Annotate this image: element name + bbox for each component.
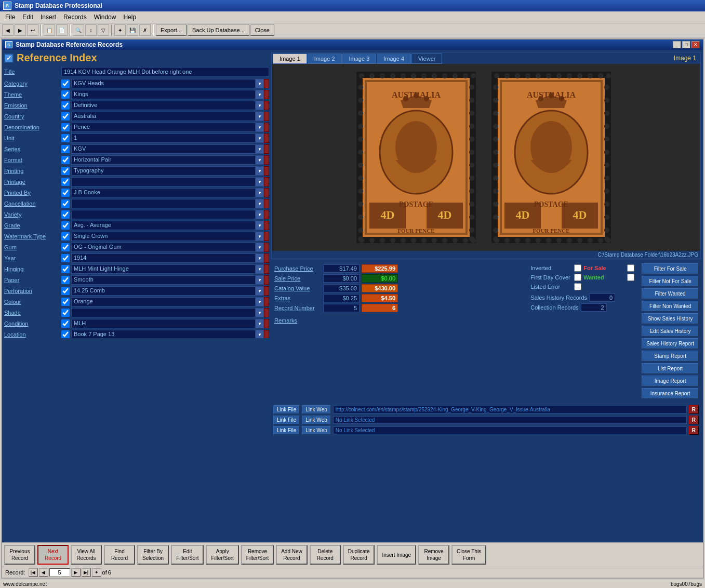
- add-new-record-button[interactable]: Add New Record: [276, 545, 308, 565]
- minimize-button[interactable]: _: [673, 41, 681, 48]
- dropdown-printing[interactable]: ▼: [256, 166, 264, 176]
- remarks-label[interactable]: Remarks: [274, 315, 522, 325]
- label-variety[interactable]: Variety: [4, 211, 61, 218]
- input-purchase-price[interactable]: [323, 264, 360, 273]
- checkbox-colour[interactable]: [61, 298, 70, 306]
- side-btn-paper[interactable]: [264, 275, 269, 285]
- label-country[interactable]: Country: [4, 113, 61, 119]
- side-btn-denomination[interactable]: [264, 123, 269, 132]
- side-btn-condition[interactable]: [264, 319, 269, 328]
- checkbox-watermark[interactable]: [61, 232, 70, 240]
- filter-wanted-button[interactable]: Filter Wanted: [642, 288, 699, 299]
- apply-filter-button[interactable]: Apply Filter/Sort: [206, 545, 238, 565]
- checkbox-variety[interactable]: [61, 210, 70, 219]
- label-location[interactable]: Location: [4, 331, 61, 338]
- next-record-button[interactable]: Next Record: [37, 545, 69, 565]
- link-file-btn-1[interactable]: Link File: [273, 405, 300, 414]
- dropdown-cancellation[interactable]: ▼: [256, 199, 264, 208]
- label-condition[interactable]: Condition: [4, 320, 61, 327]
- input-sale-price[interactable]: [323, 274, 360, 283]
- filter-non-wanted-button[interactable]: Filter Non Wanted: [642, 301, 699, 312]
- tb-delete[interactable]: ✗: [139, 24, 151, 36]
- side-btn-printage[interactable]: [264, 177, 269, 186]
- label-record-number[interactable]: Record Number: [274, 305, 321, 311]
- tab-image4[interactable]: Image 4: [377, 54, 411, 64]
- label-theme[interactable]: Theme: [4, 91, 61, 98]
- tb-fwd[interactable]: ▶: [15, 24, 26, 36]
- dropdown-location[interactable]: ▼: [256, 330, 264, 338]
- dropdown-unit[interactable]: ▼: [256, 133, 264, 143]
- checkbox-paper[interactable]: [61, 276, 70, 284]
- prev-record-button[interactable]: Previous Record: [4, 545, 35, 565]
- tb-back[interactable]: ◀: [2, 24, 14, 36]
- record-prev-button[interactable]: ◀: [39, 568, 48, 577]
- side-btn-colour[interactable]: [264, 297, 269, 306]
- label-series[interactable]: Series: [4, 146, 61, 152]
- tb-filter[interactable]: ▽: [98, 24, 109, 36]
- checkbox-printing[interactable]: [61, 167, 70, 175]
- list-report-button[interactable]: List Report: [642, 363, 699, 374]
- side-btn-variety[interactable]: [264, 210, 269, 219]
- tb-copy[interactable]: 📋: [44, 24, 55, 36]
- tab-image2[interactable]: Image 2: [308, 54, 342, 64]
- menu-records[interactable]: Records: [60, 12, 90, 22]
- side-btn-theme[interactable]: [264, 90, 269, 99]
- dropdown-hinging[interactable]: ▼: [256, 264, 264, 274]
- link-web-btn-1[interactable]: Link Web: [302, 405, 331, 414]
- remove-filter-button[interactable]: Remove Filter/Sort: [241, 545, 274, 565]
- menu-edit[interactable]: Edit: [19, 12, 36, 22]
- label-format[interactable]: Format: [4, 157, 61, 163]
- side-btn-grade[interactable]: [264, 221, 269, 230]
- side-btn-gum[interactable]: [264, 243, 269, 252]
- label-unit[interactable]: Unit: [4, 135, 61, 141]
- dropdown-country[interactable]: ▼: [256, 112, 264, 121]
- label-paper[interactable]: Paper: [4, 277, 61, 283]
- dropdown-format[interactable]: ▼: [256, 155, 264, 165]
- link-r-btn-1[interactable]: R: [689, 405, 699, 414]
- duplicate-record-button[interactable]: Duplicate Record: [343, 545, 375, 565]
- input-record-number[interactable]: [323, 304, 360, 312]
- dropdown-gum[interactable]: ▼: [256, 243, 264, 252]
- checkbox-series[interactable]: [61, 145, 70, 153]
- record-number-input[interactable]: [49, 568, 70, 577]
- label-catalog-value[interactable]: Catalog Value: [274, 285, 321, 291]
- checkbox-emission[interactable]: [61, 101, 70, 110]
- side-btn-emission[interactable]: [264, 101, 269, 110]
- side-btn-printed-by[interactable]: [264, 188, 269, 197]
- label-printed-by[interactable]: Printed By: [4, 190, 61, 196]
- side-btn-perforation[interactable]: [264, 286, 269, 296]
- label-gum[interactable]: Gum: [4, 244, 61, 250]
- label-shade[interactable]: Shade: [4, 310, 61, 316]
- checkbox-for-sale[interactable]: [627, 264, 634, 272]
- dropdown-variety[interactable]: ▼: [256, 210, 264, 219]
- label-cancellation[interactable]: Cancellation: [4, 201, 61, 207]
- side-btn-cancellation[interactable]: [264, 199, 269, 208]
- checkbox-inverted[interactable]: [574, 264, 581, 272]
- maximize-button[interactable]: □: [682, 41, 690, 48]
- tab-image3[interactable]: Image 3: [342, 54, 377, 64]
- input-collection-records[interactable]: [581, 303, 607, 312]
- checkbox-location[interactable]: [61, 330, 70, 338]
- dropdown-denomination[interactable]: ▼: [256, 123, 264, 132]
- dropdown-printed-by[interactable]: ▼: [256, 188, 264, 197]
- side-btn-country[interactable]: [264, 112, 269, 121]
- export-button[interactable]: Export...: [156, 24, 187, 36]
- remove-image-button[interactable]: Remove Image: [418, 545, 449, 565]
- label-category[interactable]: Category: [4, 81, 61, 87]
- sales-history-report-button[interactable]: Sales History Report: [642, 338, 699, 349]
- checkbox-listed-error[interactable]: [574, 283, 581, 290]
- filter-for-sale-button[interactable]: Filter For Sale: [642, 263, 699, 274]
- link-web-btn-2[interactable]: Link Web: [302, 416, 331, 424]
- label-purchase-price[interactable]: Purchase Price: [274, 265, 321, 272]
- label-denomination[interactable]: Denomination: [4, 124, 61, 130]
- link-r-btn-3[interactable]: R: [689, 426, 699, 435]
- dropdown-watermark[interactable]: ▼: [256, 232, 264, 241]
- dropdown-category[interactable]: ▼: [256, 79, 264, 88]
- menu-insert[interactable]: Insert: [37, 12, 59, 22]
- tb-new[interactable]: ✦: [114, 24, 126, 36]
- filter-by-selection-button[interactable]: Filter By Selection: [137, 545, 169, 565]
- record-first-button[interactable]: |◀: [29, 568, 38, 577]
- insert-image-button[interactable]: Insert Image: [377, 545, 416, 565]
- label-emission[interactable]: Emission: [4, 102, 61, 109]
- label-colour[interactable]: Colour: [4, 299, 61, 305]
